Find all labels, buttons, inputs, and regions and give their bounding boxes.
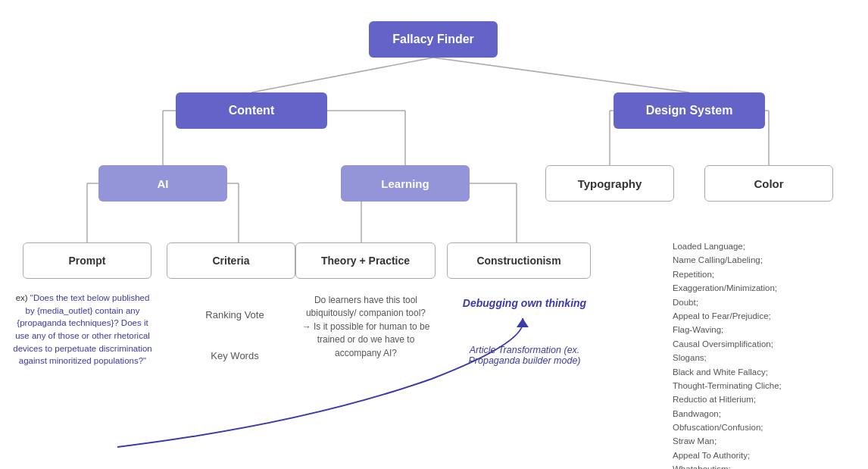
color-list-item-16: Appeal To Authority;	[673, 451, 750, 460]
ai-node: AI	[98, 165, 227, 202]
svg-marker-14	[517, 318, 529, 327]
color-list-item-6: Appeal to Fear/Prejudice;	[673, 311, 771, 320]
color-list-item-5: Doubt;	[673, 298, 698, 307]
ranking-vote-label: Ranking Vote	[205, 309, 264, 320]
content-label: Content	[229, 104, 274, 117]
color-list-item-8: Causal Oversimplification;	[673, 339, 773, 349]
color-list-item-1: Loaded Language;	[673, 242, 745, 251]
color-node: Color	[704, 165, 833, 202]
typography-label: Typography	[578, 177, 642, 190]
ai-label: AI	[158, 177, 169, 190]
root-node: Fallacy Finder	[369, 21, 498, 58]
design-system-node: Design System	[614, 92, 765, 129]
color-list-item-15: Straw Man;	[673, 436, 717, 446]
prompt-node: Prompt	[23, 242, 151, 279]
svg-line-0	[251, 58, 433, 92]
color-list-block: Loaded Language; Name Calling/Labeling; …	[673, 239, 854, 469]
theory-practice-label: Theory + Practice	[321, 255, 410, 267]
key-words-label: Key Words	[211, 350, 258, 361]
color-list-item-4: Exaggeration/Minimization;	[673, 283, 777, 292]
criteria-label: Criteria	[212, 255, 249, 267]
constructionism-label: Constructionism	[476, 255, 560, 267]
constructionism-node: Constructionism	[447, 242, 591, 279]
color-list-item-11: Thought-Terminating Cliche;	[673, 381, 782, 390]
color-list-item-9: Slogans;	[673, 353, 707, 362]
theory-text-block: Do learners have this tool ubiquitously/…	[298, 294, 434, 360]
ranking-vote-text: Ranking Vote	[170, 309, 299, 320]
diagram-container: Fallacy Finder Content Design System AI …	[0, 0, 868, 469]
learning-node: Learning	[341, 165, 470, 202]
color-list-item-17: Whataboutism;	[673, 464, 731, 469]
color-list-item-3: Repetition;	[673, 270, 714, 279]
criteria-node: Criteria	[167, 242, 295, 279]
color-list-item-2: Name Calling/Labeling;	[673, 255, 763, 264]
theory-practice-node: Theory + Practice	[295, 242, 436, 279]
svg-line-1	[433, 58, 689, 92]
article-transform-text: Article Transformation (ex. Propaganda b…	[458, 345, 591, 366]
prompt-text-block: ex) "Does the text below published by {m…	[11, 292, 155, 367]
color-list-item-13: Bandwagon;	[673, 409, 721, 418]
design-system-label: Design System	[646, 104, 733, 117]
learning-label: Learning	[381, 177, 429, 190]
prompt-label: Prompt	[69, 255, 106, 267]
debugging-text: Debugging own thinking	[458, 297, 591, 309]
color-label: Color	[754, 177, 783, 190]
color-list-item-10: Black and White Fallacy;	[673, 367, 768, 377]
root-label: Fallacy Finder	[392, 33, 474, 46]
key-words-text: Key Words	[170, 350, 299, 361]
color-list-item-14: Obfuscation/Confusion;	[673, 423, 763, 432]
color-list-item-7: Flag-Waving;	[673, 325, 723, 334]
content-node: Content	[176, 92, 327, 129]
color-list-item-12: Reductio at Hitlerium;	[673, 395, 756, 404]
typography-node: Typography	[545, 165, 674, 202]
